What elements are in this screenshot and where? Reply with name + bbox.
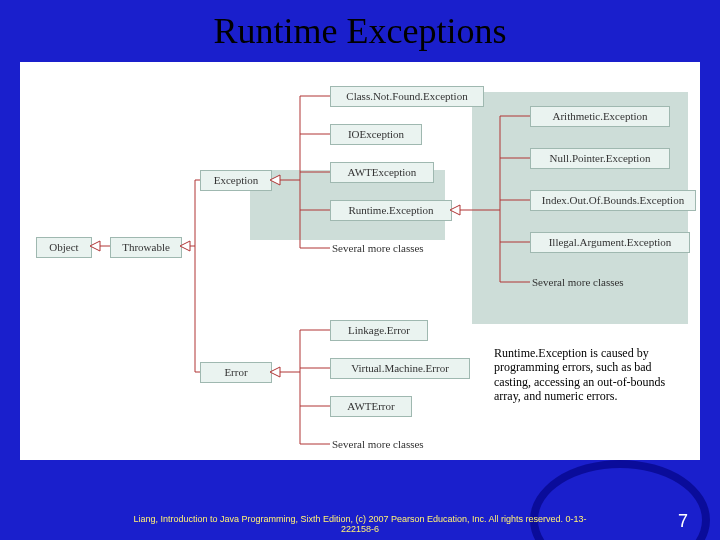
text-runtime-more: Several more classes xyxy=(532,276,624,288)
page-number: 7 xyxy=(678,511,688,532)
node-linkageerror: Linkage.Error xyxy=(330,320,428,341)
node-vmerror: Virtual.Machine.Error xyxy=(330,358,470,379)
text-exception-more: Several more classes xyxy=(332,242,424,254)
node-throwable: Throwable xyxy=(110,237,182,258)
callout-text: Runtime.Exception is caused by programmi… xyxy=(488,342,696,408)
diagram-canvas: Object Throwable Exception Error Class.N… xyxy=(20,62,700,460)
node-indexoob: Index.Out.Of.Bounds.Exception xyxy=(530,190,696,211)
node-exception: Exception xyxy=(200,170,272,191)
node-arithmetic: Arithmetic.Exception xyxy=(530,106,670,127)
node-illegalarg: Illegal.Argument.Exception xyxy=(530,232,690,253)
node-awtexception: AWTException xyxy=(330,162,434,183)
node-ioexception: IOException xyxy=(330,124,422,145)
page-title: Runtime Exceptions xyxy=(0,10,720,52)
node-nullpointer: Null.Pointer.Exception xyxy=(530,148,670,169)
text-error-more: Several more classes xyxy=(332,438,424,450)
node-awterror: AWTError xyxy=(330,396,412,417)
node-runtimeexception: Runtime.Exception xyxy=(330,200,452,221)
node-object: Object xyxy=(36,237,92,258)
node-classnotfound: Class.Not.Found.Exception xyxy=(330,86,484,107)
node-error: Error xyxy=(200,362,272,383)
footer-text: Liang, Introduction to Java Programming,… xyxy=(0,514,720,534)
